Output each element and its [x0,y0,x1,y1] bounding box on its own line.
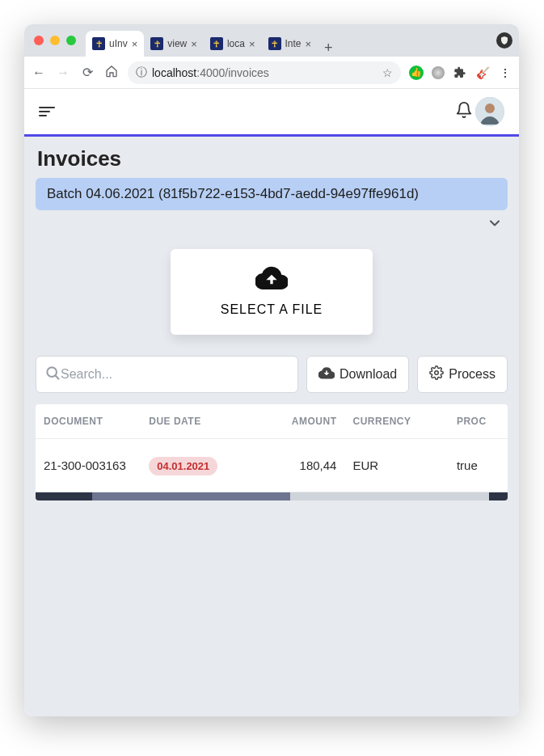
minimize-window-button[interactable] [50,36,60,45]
window-controls [31,36,81,45]
col-amount[interactable]: AMOUNT [259,404,345,439]
browser-window: ☥ uInv × ☥ view × ☥ loca × ☥ Inte × + [24,24,519,716]
svg-point-1 [485,103,495,113]
browser-tab-0[interactable]: ☥ uInv × [86,31,144,57]
cell-due: 04.01.2021 [141,439,259,492]
process-label: Process [449,367,496,382]
browser-address-bar: ← → ⟳ ⓘ localhost:4000/invoices ☆ 👍 🎸 ⋮ [24,57,519,89]
tab-title: loca [227,38,245,49]
gear-icon [429,365,444,383]
browser-tab-2[interactable]: ☥ loca × [204,31,262,57]
url-port: :4000 [196,66,225,79]
page-title: Invoices [37,146,508,171]
maximize-window-button[interactable] [66,36,76,45]
app-topbar [24,89,519,134]
favicon-icon: ☥ [210,37,223,50]
cell-processed: true [449,439,508,492]
extensions-area: 👍 🎸 ⋮ [409,65,512,80]
tab-title: Inte [285,38,302,49]
upload-label: SELECT A FILE [221,302,323,317]
browser-menu-icon[interactable]: ⋮ [498,65,512,80]
home-button[interactable] [103,65,120,81]
svg-line-3 [56,376,59,379]
extensions-puzzle-icon[interactable] [453,65,467,80]
search-input[interactable] [61,367,289,382]
batch-banner[interactable]: Batch 04.06.2021 (81f5b722-e153-4bd7-aed… [36,178,508,210]
favicon-icon: ☥ [92,37,105,50]
extension-guitar-icon[interactable]: 🎸 [475,65,490,80]
invoices-table: DOCUMENT DUE DATE AMOUNT CURRENCY PROC 2… [36,404,508,500]
col-processed[interactable]: PROC [449,404,508,439]
cell-currency: EUR [344,439,448,492]
tabs-strip: ☥ uInv × ☥ view × ☥ loca × ☥ Inte × + [86,24,491,57]
bookmark-icon[interactable]: ☆ [382,66,393,79]
close-tab-icon[interactable]: × [191,38,197,50]
svg-point-4 [435,371,439,375]
cloud-upload-icon [255,265,288,293]
controls-row: Download Process [36,356,508,393]
file-upload-dropzone[interactable]: SELECT A FILE [171,249,373,335]
close-tab-icon[interactable]: × [132,38,138,50]
table-header-row: DOCUMENT DUE DATE AMOUNT CURRENCY PROC [36,404,508,439]
notifications-button[interactable] [453,101,475,122]
cell-amount: 180,44 [259,439,345,492]
col-document[interactable]: DOCUMENT [36,404,141,439]
browser-tab-1[interactable]: ☥ view × [144,31,204,57]
browser-tabbar: ☥ uInv × ☥ view × ☥ loca × ☥ Inte × + [24,24,519,57]
back-button[interactable]: ← [31,65,47,80]
download-label: Download [339,367,397,382]
incognito-icon[interactable] [496,32,512,49]
menu-button[interactable] [39,107,55,116]
table-row[interactable]: 21-300-003163 04.01.2021 180,44 EUR true [36,439,508,492]
url-path: /invoices [225,66,268,79]
collapse-toggle[interactable] [487,215,503,234]
horizontal-scrollbar[interactable] [36,492,508,500]
favicon-icon: ☥ [268,37,281,50]
tab-title: uInv [109,38,128,49]
close-tab-icon[interactable]: × [249,38,255,50]
cell-document: 21-300-003163 [36,439,141,492]
due-date-badge: 04.01.2021 [149,457,217,475]
col-due[interactable]: DUE DATE [141,404,259,439]
forward-button: → [55,65,71,80]
avatar[interactable] [475,97,504,126]
favicon-icon: ☥ [150,37,163,50]
app-root: Invoices Batch 04.06.2021 (81f5b722-e153… [24,89,519,716]
cloud-download-icon [318,366,335,382]
close-tab-icon[interactable]: × [306,38,312,50]
site-info-icon[interactable]: ⓘ [136,65,147,80]
tab-title: view [167,38,187,49]
reload-button[interactable]: ⟳ [79,65,95,80]
extension-adblock-icon[interactable]: 👍 [409,65,424,80]
page-content: Invoices Batch 04.06.2021 (81f5b722-e153… [24,137,519,716]
close-window-button[interactable] [34,36,44,45]
search-box[interactable] [36,356,298,393]
download-button[interactable]: Download [306,356,409,393]
browser-tab-3[interactable]: ☥ Inte × [262,31,318,57]
new-tab-button[interactable]: + [318,40,339,57]
extension-grey-icon[interactable] [432,66,445,79]
col-currency[interactable]: CURRENCY [344,404,448,439]
url-host: localhost [152,66,196,79]
url-input[interactable]: ⓘ localhost:4000/invoices ☆ [128,61,401,84]
process-button[interactable]: Process [417,356,508,393]
search-icon [44,365,61,384]
